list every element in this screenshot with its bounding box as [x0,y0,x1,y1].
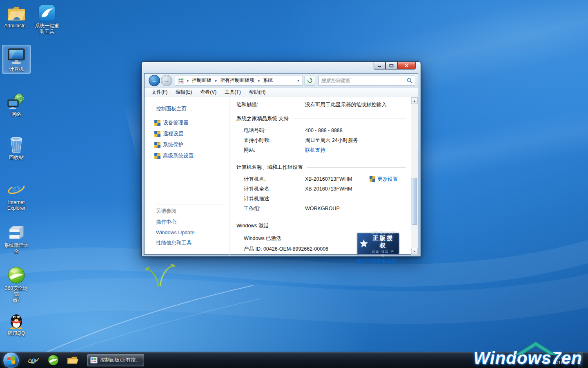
breadcrumb-item-control-panel[interactable]: 控制面板 [184,76,212,85]
search-box [318,76,415,85]
desktop-icon-label: 回收站 [9,155,24,160]
search-icon[interactable] [404,78,415,83]
maximize-button[interactable] [385,62,397,70]
show-hidden-icons-button[interactable]: ▲ [514,357,520,363]
sidebar-item-device-manager[interactable]: 设备管理器 [154,119,229,126]
workgroup-row: 工作组: WORKGROUP [236,204,406,213]
pen-touch-row: 笔和触摸: 没有可用于此显示器的笔或触控输入 [236,100,406,110]
desktop-icon-computer[interactable]: 计算机 [2,45,31,74]
minimize-button[interactable] [374,62,385,70]
sidebar-item-advanced-settings[interactable]: 高级系统设置 [154,153,229,159]
menu-edit[interactable]: 编辑(E) [172,88,196,97]
desktop-icon-recycle-bin[interactable]: 回收站 [2,133,31,162]
desktop-icon-label: 腾讯QQ [8,330,25,336]
sidebar-item-action-center[interactable]: 操作中心 [156,219,224,226]
support-section-header: 系统之家精品系统 支持 [236,115,406,122]
menu-help[interactable]: 帮助(H) [245,88,270,97]
scroll-up-arrow[interactable]: ▲ [411,97,418,104]
menu-bar: 文件(F) 编辑(E) 查看(V) 工具(T) 帮助(H) [145,88,418,97]
genuine-star-icon [359,239,369,249]
desktop-icon-administrator[interactable]: Administr... [2,2,31,30]
taskbar-task-control-panel[interactable]: 控制面板\所有控... [87,354,144,366]
user-folder-icon [7,4,26,22]
computer-fullname-row: 计算机全名: XB-20160713FWHM [236,184,406,194]
taskbar-clock[interactable]: 17:46 2016/7/13 [553,355,573,366]
uac-shield-icon [370,176,375,182]
reinstall-tool-icon [38,4,56,22]
breadcrumb-item-all-items[interactable]: 所有控制面板项 [212,76,255,85]
learn-more-link[interactable]: 联机了解更多内容... [357,258,405,265]
desktop-icon-activation-tools[interactable]: 系统激活大 全 [2,221,31,256]
scrollbar-track[interactable] [411,104,418,248]
taskbar: e 控制面板\所有控... ▲ [0,352,588,368]
svg-text:e: e [30,355,36,366]
window-content: 控制面板主页 设备管理器 远程设置 系统保护 [145,97,418,255]
refresh-button[interactable] [305,76,315,85]
desktop-icon-qq[interactable]: 腾讯QQ [2,309,31,338]
row-value: 没有可用于此显示器的笔或触控输入 [305,100,387,110]
windows-logo-icon [7,356,16,365]
system-tray: ▲ 17:46 [514,352,583,368]
sidebar-item-system-protection[interactable]: 系统保护 [154,141,229,148]
internet-explorer-icon: e [7,180,25,198]
desktop-icon-network[interactable]: 网络 [2,90,31,119]
desktop-icon-label: Administr... [4,23,28,29]
activation-section-header: Windows 激活 [236,222,406,229]
menu-view[interactable]: 查看(V) [196,88,220,97]
breadcrumb-item-system[interactable]: 系统 [255,76,274,85]
volume-icon[interactable] [542,358,548,363]
taskbar-360-browser-icon[interactable] [44,353,62,367]
scrollbar-thumb[interactable] [412,178,417,225]
window-body: ← → 控制面板 所有控制面板项 系统 ▾ [144,73,418,255]
desktop-icon-reinstall-tool[interactable]: 系统一键重 装工具 [33,2,61,36]
desktop-icon-internet-explorer[interactable]: e Internet Explorer [2,178,31,213]
row-label: 笔和触摸: [236,100,305,110]
breadcrumb: 控制面板 所有控制面板项 系统 ▾ [175,76,303,85]
action-center-flag-icon[interactable] [524,357,529,363]
menu-file[interactable]: 文件(F) [148,88,171,97]
scroll-down-arrow[interactable]: ▼ [411,248,418,255]
close-button[interactable] [397,62,416,70]
activation-status: Windows 已激活 [244,233,328,243]
sidebar-item-windows-update[interactable]: Windows Update [156,230,224,236]
computer-icon [7,47,26,65]
taskbar-explorer-icon[interactable] [64,353,82,367]
software-box-icon [8,223,25,241]
sidebar-item-remote-settings[interactable]: 远程设置 [154,130,229,137]
forward-button[interactable]: → [161,75,172,86]
desktop-icon-360-browser[interactable]: 360安全浏览 器7 [2,264,31,304]
window-titlebar[interactable] [142,62,421,73]
computer-description-row: 计算机描述: [236,194,406,204]
desktop-icon-label: 网络 [11,111,21,117]
computer-name-section-header: 计算机名称、域和工作组设置 [236,164,406,171]
control-panel-icon [178,78,184,83]
network-icon [7,92,26,110]
qq-penguin-icon [8,311,24,329]
recycle-bin-icon [8,135,24,153]
sidebar-item-control-panel-home[interactable]: 控制面板主页 [156,105,229,112]
start-button[interactable] [3,352,19,368]
sidebar: 控制面板主页 设备管理器 远程设置 系统保护 [145,97,230,255]
back-button[interactable]: ← [149,75,160,86]
uac-shield-icon [154,142,160,148]
clock-date: 2016/7/13 [553,360,573,366]
see-also-header: 另请参阅 [156,204,224,215]
change-settings-link[interactable]: 更改设置 [370,174,398,184]
menu-tools[interactable]: 工具(T) [221,88,244,97]
search-input[interactable] [318,78,404,83]
control-panel-icon [90,357,98,364]
svg-text:e: e [11,180,21,197]
desktop-icon-label: 系统激活大 全 [4,242,29,254]
uac-shield-icon [154,153,160,159]
sidebar-item-performance-tools[interactable]: 性能信息和工具 [156,240,224,247]
taskbar-internet-explorer-icon[interactable]: e [24,353,42,367]
breadcrumb-dropdown-icon[interactable]: ▾ [296,78,301,83]
show-desktop-button[interactable] [579,352,583,368]
genuine-badge: 使用 微软 软件 正版授权 安全 稳定 声誉 [357,233,399,255]
computer-name-row: 计算机名: XB-20160713FWHM 更改设置 [236,174,406,184]
desktop-icon-label: Internet Explorer [7,200,26,211]
network-status-icon[interactable] [532,357,539,363]
online-support-link[interactable]: 联机支持 [305,145,325,155]
system-control-panel-window: ← → 控制面板 所有控制面板项 系统 ▾ [141,61,421,257]
website-row: 网站: 联机支持 [236,145,406,155]
